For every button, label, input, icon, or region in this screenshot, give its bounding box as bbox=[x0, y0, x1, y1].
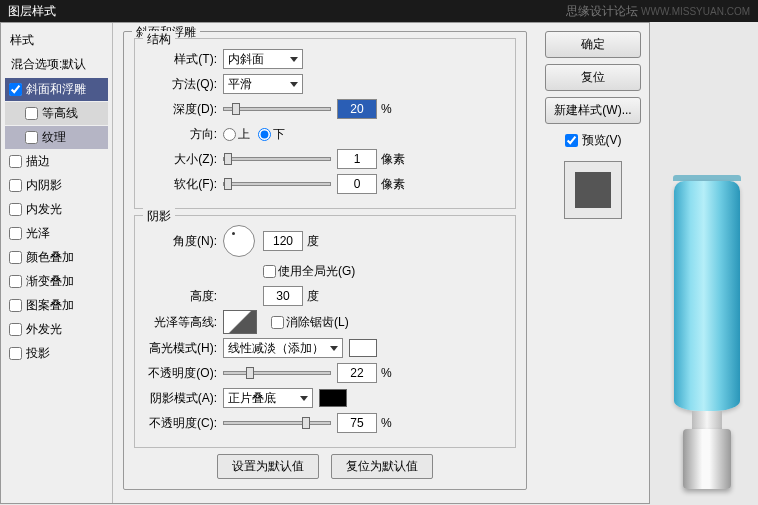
highlight-mode-label: 高光模式(H): bbox=[145, 340, 223, 357]
sidebar-checkbox[interactable] bbox=[25, 107, 38, 120]
chevron-down-icon bbox=[300, 396, 308, 401]
sidebar-checkbox[interactable] bbox=[9, 227, 22, 240]
sidebar-item-4[interactable]: 内阴影 bbox=[5, 174, 108, 197]
preview-checkbox[interactable]: 预览(V) bbox=[545, 132, 641, 149]
sidebar-header: 样式 bbox=[5, 29, 108, 52]
sidebar-checkbox[interactable] bbox=[9, 275, 22, 288]
sidebar-item-label: 图案叠加 bbox=[26, 297, 74, 314]
structure-fieldset: 结构 样式(T): 内斜面 方法(Q): 平滑 深度(D): 20 % 方向: bbox=[134, 38, 516, 209]
global-light-checkbox[interactable]: 使用全局光(G) bbox=[263, 263, 355, 280]
highlight-opacity-input[interactable]: 22 bbox=[337, 363, 377, 383]
sidebar-item-label: 纹理 bbox=[42, 129, 66, 146]
direction-down[interactable]: 下 bbox=[258, 126, 285, 143]
sidebar-item-label: 渐变叠加 bbox=[26, 273, 74, 290]
bevel-fieldset: 斜面和浮雕 结构 样式(T): 内斜面 方法(Q): 平滑 深度(D): 20 … bbox=[123, 31, 527, 490]
shadow-opacity-label: 不透明度(C): bbox=[145, 415, 223, 432]
sidebar-item-label: 内阴影 bbox=[26, 177, 62, 194]
sidebar-checkbox[interactable] bbox=[9, 347, 22, 360]
shadow-color[interactable] bbox=[319, 389, 347, 407]
sidebar-item-label: 颜色叠加 bbox=[26, 249, 74, 266]
sidebar-item-6[interactable]: 光泽 bbox=[5, 222, 108, 245]
right-panel: 确定 复位 新建样式(W)... 预览(V) bbox=[537, 23, 649, 503]
sidebar-item-label: 等高线 bbox=[42, 105, 78, 122]
antialias-checkbox[interactable]: 消除锯齿(L) bbox=[271, 314, 349, 331]
highlight-opacity-label: 不透明度(O): bbox=[145, 365, 223, 382]
canvas-tube bbox=[664, 175, 750, 495]
sidebar-item-5[interactable]: 内发光 bbox=[5, 198, 108, 221]
style-sidebar: 样式 混合选项:默认 斜面和浮雕等高线纹理描边内阴影内发光光泽颜色叠加渐变叠加图… bbox=[1, 23, 113, 503]
shading-fieldset: 阴影 角度(N): 120 度 使用全局光(G) 高度: 30 度 bbox=[134, 215, 516, 448]
sidebar-item-label: 投影 bbox=[26, 345, 50, 362]
style-dropdown[interactable]: 内斜面 bbox=[223, 49, 303, 69]
sidebar-item-label: 描边 bbox=[26, 153, 50, 170]
new-style-button[interactable]: 新建样式(W)... bbox=[545, 97, 641, 124]
cancel-button[interactable]: 复位 bbox=[545, 64, 641, 91]
method-dropdown[interactable]: 平滑 bbox=[223, 74, 303, 94]
chevron-down-icon bbox=[330, 346, 338, 351]
sidebar-item-2[interactable]: 纹理 bbox=[5, 126, 108, 149]
watermark: 思缘设计论坛 WWW.MISSYUAN.COM bbox=[566, 0, 750, 23]
direction-label: 方向: bbox=[145, 126, 223, 143]
titlebar: 图层样式 思缘设计论坛 WWW.MISSYUAN.COM bbox=[0, 0, 758, 22]
altitude-label: 高度: bbox=[145, 288, 223, 305]
sidebar-item-8[interactable]: 渐变叠加 bbox=[5, 270, 108, 293]
size-label: 大小(Z): bbox=[145, 151, 223, 168]
ok-button[interactable]: 确定 bbox=[545, 31, 641, 58]
method-label: 方法(Q): bbox=[145, 76, 223, 93]
angle-label: 角度(N): bbox=[145, 233, 223, 250]
sidebar-item-1[interactable]: 等高线 bbox=[5, 102, 108, 125]
sidebar-checkbox[interactable] bbox=[9, 83, 22, 96]
angle-input[interactable]: 120 bbox=[263, 231, 303, 251]
sidebar-checkbox[interactable] bbox=[9, 203, 22, 216]
sidebar-item-label: 内发光 bbox=[26, 201, 62, 218]
sidebar-item-3[interactable]: 描边 bbox=[5, 150, 108, 173]
sidebar-checkbox[interactable] bbox=[9, 251, 22, 264]
angle-widget[interactable] bbox=[223, 225, 255, 257]
sidebar-checkbox[interactable] bbox=[9, 299, 22, 312]
sidebar-item-label: 外发光 bbox=[26, 321, 62, 338]
chevron-down-icon bbox=[290, 57, 298, 62]
set-default-button[interactable]: 设置为默认值 bbox=[217, 454, 319, 479]
sidebar-item-9[interactable]: 图案叠加 bbox=[5, 294, 108, 317]
shadow-mode-dropdown[interactable]: 正片叠底 bbox=[223, 388, 313, 408]
altitude-input[interactable]: 30 bbox=[263, 286, 303, 306]
sidebar-item-0[interactable]: 斜面和浮雕 bbox=[5, 78, 108, 101]
dialog-title: 图层样式 bbox=[8, 4, 56, 18]
struct-legend: 结构 bbox=[143, 31, 175, 48]
sidebar-item-7[interactable]: 颜色叠加 bbox=[5, 246, 108, 269]
content-panel: 斜面和浮雕 结构 样式(T): 内斜面 方法(Q): 平滑 深度(D): 20 … bbox=[113, 23, 537, 503]
shadow-mode-label: 阴影模式(A): bbox=[145, 390, 223, 407]
sidebar-item-11[interactable]: 投影 bbox=[5, 342, 108, 365]
highlight-mode-dropdown[interactable]: 线性减淡（添加） bbox=[223, 338, 343, 358]
sidebar-checkbox[interactable] bbox=[9, 179, 22, 192]
shadow-opacity-slider[interactable] bbox=[223, 421, 331, 425]
sidebar-item-10[interactable]: 外发光 bbox=[5, 318, 108, 341]
depth-label: 深度(D): bbox=[145, 101, 223, 118]
size-input[interactable]: 1 bbox=[337, 149, 377, 169]
sidebar-checkbox[interactable] bbox=[25, 131, 38, 144]
highlight-color[interactable] bbox=[349, 339, 377, 357]
sidebar-checkbox[interactable] bbox=[9, 323, 22, 336]
soften-label: 软化(F): bbox=[145, 176, 223, 193]
blend-options[interactable]: 混合选项:默认 bbox=[5, 52, 108, 77]
shadow-opacity-input[interactable]: 75 bbox=[337, 413, 377, 433]
soften-slider[interactable] bbox=[223, 182, 331, 186]
sidebar-item-label: 斜面和浮雕 bbox=[26, 81, 86, 98]
chevron-down-icon bbox=[290, 82, 298, 87]
gloss-label: 光泽等高线: bbox=[145, 314, 223, 331]
direction-up[interactable]: 上 bbox=[223, 126, 250, 143]
sidebar-item-label: 光泽 bbox=[26, 225, 50, 242]
soften-input[interactable]: 0 bbox=[337, 174, 377, 194]
style-label: 样式(T): bbox=[145, 51, 223, 68]
reset-default-button[interactable]: 复位为默认值 bbox=[331, 454, 433, 479]
depth-slider[interactable] bbox=[223, 107, 331, 111]
shade-legend: 阴影 bbox=[143, 208, 175, 225]
layer-style-dialog: 样式 混合选项:默认 斜面和浮雕等高线纹理描边内阴影内发光光泽颜色叠加渐变叠加图… bbox=[0, 22, 650, 504]
depth-input[interactable]: 20 bbox=[337, 99, 377, 119]
highlight-opacity-slider[interactable] bbox=[223, 371, 331, 375]
sidebar-checkbox[interactable] bbox=[9, 155, 22, 168]
gloss-contour[interactable] bbox=[223, 310, 257, 334]
size-slider[interactable] bbox=[223, 157, 331, 161]
preview-box bbox=[564, 161, 622, 219]
